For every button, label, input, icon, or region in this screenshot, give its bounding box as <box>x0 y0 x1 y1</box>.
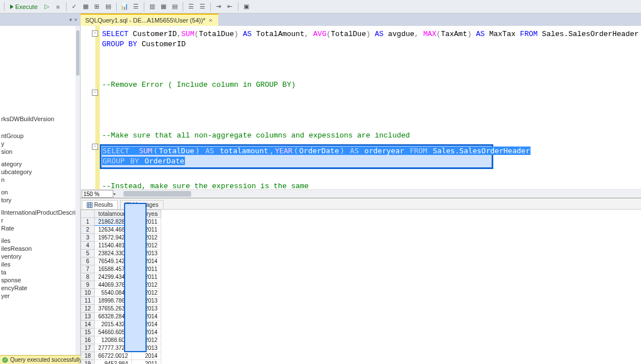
results-grid[interactable]: totalamount orderyea 121862.828420112126… <box>81 210 641 364</box>
tree-item[interactable]: r <box>0 216 80 224</box>
cell-orderyear[interactable]: 2014 <box>131 352 161 360</box>
table-row[interactable]: 1866722.00122014 <box>81 352 161 360</box>
tree-item[interactable]: ategory <box>0 160 80 168</box>
tree-item[interactable] <box>0 232 80 237</box>
tree-item[interactable]: on <box>0 188 80 196</box>
autohide-icon[interactable]: ▾ <box>69 17 72 23</box>
results-grid-icon[interactable]: ▦ <box>158 2 169 12</box>
scrollbar-thumb[interactable] <box>76 30 79 76</box>
table-row[interactable]: 1727777.37232013 <box>81 344 161 352</box>
table-row[interactable]: 1612088.6092012 <box>81 336 161 344</box>
row-number[interactable]: 5 <box>81 250 95 258</box>
parse-button[interactable]: ✓ <box>69 2 79 12</box>
zoom-selector[interactable] <box>82 190 113 198</box>
indent-icon[interactable]: ⇥ <box>214 2 224 12</box>
stats-icon[interactable]: 📊 <box>120 2 130 12</box>
results-text-icon[interactable]: ▥ <box>147 2 157 12</box>
table-row[interactable]: 716588.45722011 <box>81 265 161 273</box>
intellisense-icon[interactable]: ⊞ <box>92 2 102 12</box>
table-row[interactable]: 105540.08422012 <box>81 289 161 297</box>
tree-item[interactable] <box>0 127 80 132</box>
horizontal-scrollbar[interactable] <box>123 191 633 197</box>
row-number[interactable]: 6 <box>81 258 95 265</box>
tree-item[interactable]: ta <box>0 268 80 276</box>
results-file-icon[interactable]: ▤ <box>170 2 180 12</box>
cell-orderyear[interactable]: 2011 <box>131 360 161 365</box>
row-number[interactable]: 1 <box>81 218 95 226</box>
tree-item[interactable]: ventory <box>0 252 80 260</box>
outline-collapse-icon[interactable]: − <box>92 144 98 150</box>
row-number[interactable]: 17 <box>81 344 95 352</box>
tree-item[interactable]: sponse <box>0 276 80 284</box>
tree-item[interactable]: n <box>0 176 80 184</box>
plan-text-icon[interactable]: ▤ <box>103 2 113 12</box>
row-number[interactable]: 14 <box>81 321 95 329</box>
tree-item[interactable] <box>0 123 80 127</box>
tree-item[interactable]: ntGroup <box>0 132 80 140</box>
tree-item[interactable]: tory <box>0 196 80 204</box>
stop-button[interactable]: ■ <box>53 2 63 12</box>
tree-item[interactable]: yer <box>0 292 80 300</box>
client-stats-icon[interactable]: ☰ <box>131 2 141 12</box>
estimated-plan-icon[interactable]: ▦ <box>81 2 91 12</box>
uncomment-icon[interactable]: ☰ <box>197 2 207 12</box>
execute-button[interactable]: Execute <box>7 2 41 12</box>
row-number[interactable]: 19 <box>81 360 95 365</box>
row-number[interactable]: 2 <box>81 226 95 234</box>
tree-item[interactable]: Rate <box>0 224 80 232</box>
row-number[interactable]: 10 <box>81 289 95 297</box>
sqlcmd-icon[interactable]: ▣ <box>241 2 251 12</box>
row-number[interactable]: 11 <box>81 297 95 305</box>
row-number[interactable]: 7 <box>81 265 95 273</box>
tree-item[interactable]: iles <box>0 237 80 245</box>
tree-item[interactable]: y <box>0 140 80 148</box>
tree-item[interactable]: ubcategory <box>0 168 80 176</box>
row-number[interactable]: 9 <box>81 281 95 289</box>
close-panel-icon[interactable]: × <box>73 17 78 23</box>
table-row[interactable]: 319572.94262012 <box>81 234 161 242</box>
sql-editor[interactable]: − − − SELECT CustomerID,SUM(TotalDue) AS… <box>81 26 641 189</box>
table-row[interactable]: 676549.14222014 <box>81 258 161 265</box>
close-tab-icon[interactable]: × <box>207 17 213 24</box>
tree-item[interactable]: lInternationalProductDescription <box>0 208 80 216</box>
row-number[interactable]: 8 <box>81 273 95 281</box>
table-row[interactable]: 199452.9842011 <box>81 360 161 365</box>
scrollbar-thumb[interactable] <box>123 191 191 197</box>
table-row[interactable]: 121862.82842011 <box>81 218 161 226</box>
tree-item[interactable] <box>0 184 80 188</box>
table-row[interactable]: 824299.43462011 <box>81 273 161 281</box>
tree-item[interactable] <box>0 204 80 208</box>
row-number[interactable]: 18 <box>81 352 95 360</box>
left-scrollbar[interactable] <box>76 26 80 355</box>
row-number[interactable]: 4 <box>81 242 95 250</box>
cell-totalamount[interactable]: 66722.0012 <box>95 352 132 360</box>
tree-item[interactable] <box>0 156 80 160</box>
comment-icon[interactable]: ☰ <box>186 2 196 12</box>
debug-button[interactable]: ▷ <box>42 2 52 12</box>
table-row[interactable]: 1368328.28492014 <box>81 313 161 321</box>
row-number[interactable]: 13 <box>81 313 95 321</box>
tree-item[interactable]: sion <box>0 148 80 156</box>
row-number[interactable]: 15 <box>81 329 95 336</box>
table-row[interactable]: 1118998.78672013 <box>81 297 161 305</box>
table-row[interactable]: 411540.48172012 <box>81 242 161 250</box>
document-tab[interactable]: SQLQuery1.sql - DE...A1M5655\User (54))*… <box>81 14 218 26</box>
table-row[interactable]: 142015.43222014 <box>81 321 161 329</box>
tree-item[interactable]: ilesReason <box>0 245 80 252</box>
row-number[interactable]: 3 <box>81 234 95 242</box>
table-row[interactable]: 1554660.60542014 <box>81 329 161 336</box>
row-number[interactable]: 12 <box>81 305 95 313</box>
cell-totalamount[interactable]: 9452.984 <box>95 360 132 365</box>
tree-item[interactable]: encyRate <box>0 284 80 292</box>
row-number[interactable]: 16 <box>81 336 95 344</box>
table-row[interactable]: 944069.37662012 <box>81 281 161 289</box>
tab-results[interactable]: Results <box>82 200 118 209</box>
table-row[interactable]: 1237655.26362013 <box>81 305 161 313</box>
tree-item[interactable]: rksDWBuildVersion <box>0 115 80 123</box>
tree-item[interactable]: iles <box>0 260 80 268</box>
table-row[interactable]: 212634.46882011 <box>81 226 161 234</box>
outline-collapse-icon[interactable]: − <box>92 30 98 37</box>
table-row[interactable]: 523824.33092013 <box>81 250 161 258</box>
outdent-icon[interactable]: ⇤ <box>225 2 235 12</box>
outline-collapse-icon[interactable]: − <box>92 90 98 96</box>
